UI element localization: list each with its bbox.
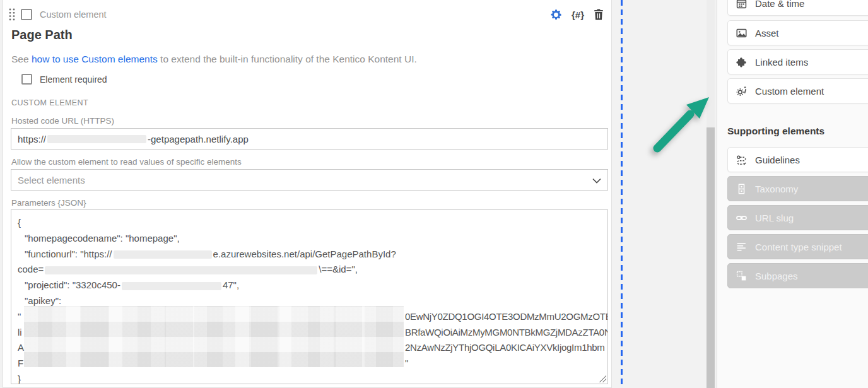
parameters-label: Parameters {JSON}: [11, 198, 86, 208]
subpages-icon: [736, 271, 747, 281]
drag-handle-icon[interactable]: [8, 8, 16, 21]
element-required-label: Element required: [40, 74, 107, 85]
json-line: "apikey":: [18, 293, 601, 309]
element-palette-panel: Date & time Asset Linked items: [717, 0, 868, 388]
palette-item-label: URL slug: [755, 213, 794, 223]
json-line: "0EwNjY0ZDQ1OGI4OTE3ODMzMmU2OGMzOTEz: [18, 309, 601, 325]
element-type-label: Custom element: [40, 9, 107, 20]
palette-item-linked-items[interactable]: Linked items: [727, 49, 868, 74]
settings-gear-icon[interactable]: [550, 9, 562, 21]
image-icon: [736, 28, 747, 38]
custom-element-card: Custom element {#} Page Path See how to …: [3, 0, 612, 388]
description-suffix: to extend the built-in functionality of …: [158, 54, 417, 64]
hosted-url-label: Hosted code URL (HTTPS): [11, 116, 114, 126]
palette-item-label: Guidelines: [755, 155, 800, 165]
json-line: }: [18, 372, 601, 384]
hosted-url-input[interactable]: https://-getpagepath.netlify.app: [11, 128, 608, 150]
scrollbar-thumb[interactable]: [707, 127, 715, 388]
allowed-elements-select[interactable]: Select elements: [11, 169, 608, 191]
json-line: liBRfaWQiOiAiMzMyMGM0NTBkMGZjMDAzZTA0NT: [18, 325, 601, 341]
json-text: "functionurl": "https://: [25, 249, 112, 259]
element-card-header: Custom element {#}: [8, 6, 604, 23]
element-description: See how to use Custom elements to extend…: [11, 54, 417, 65]
json-text: li: [18, 327, 22, 338]
json-text: A: [18, 342, 24, 353]
element-select-checkbox[interactable]: [21, 9, 32, 20]
json-text: \==&id=",: [319, 264, 358, 274]
redacted-segment: [122, 282, 221, 290]
json-text: F: [18, 358, 23, 368]
custom-element-icon: [736, 86, 747, 97]
palette-item-url-slug: URL slug: [727, 205, 868, 230]
palette-item-taxonomy: Taxonomy: [727, 176, 868, 201]
palette-item-subpages: Subpages: [727, 263, 868, 288]
json-text: BRfaWQiOiAiMzMyMGM0NTBkMGZjMDAzZTA0NT: [405, 325, 608, 341]
json-line: code=\==&id=",: [18, 262, 601, 278]
json-text: "projectid": "3320c450-: [25, 279, 120, 290]
allowed-elements-label: Allow the custom element to read values …: [11, 157, 242, 167]
redacted-segment: [45, 266, 317, 274]
redacted-segment: [114, 250, 212, 259]
palette-item-label: Subpages: [755, 271, 798, 281]
json-line: A2NzAwNzZjYThjOGQiLA0KICAiYXVkIjogIm1hbm: [18, 340, 601, 356]
calendar-icon: [736, 0, 747, 9]
panel-divider-dashed-line: [621, 0, 623, 388]
custom-elements-help-link[interactable]: how to use Custom elements: [32, 54, 158, 64]
delete-trash-icon[interactable]: [594, 9, 604, 20]
json-line: {: [18, 215, 601, 231]
snippet-icon: [736, 242, 747, 252]
description-prefix: See: [11, 54, 32, 64]
parameters-json-textarea[interactable]: { "homepagecodename": "homepage", "funct…: [11, 209, 608, 384]
chevron-down-icon: [592, 175, 601, 185]
json-text: code=: [18, 264, 44, 274]
taxonomy-icon: [736, 184, 747, 194]
palette-item-custom-element[interactable]: Custom element: [727, 78, 868, 103]
palette-item-label: Content type snippet: [755, 242, 842, 252]
link-icon: [736, 213, 747, 223]
section-label: CUSTOM ELEMENT: [11, 98, 88, 107]
palette-item-label: Taxonomy: [755, 184, 798, 194]
page-title: Page Path: [11, 28, 73, 42]
json-line: F": [18, 356, 601, 372]
json-line: "projectid": "3320c450-47",: [18, 278, 601, 293]
json-line: "homepagecodename": "homepage",: [18, 231, 601, 247]
palette-item-label: Linked items: [755, 57, 808, 68]
palette-item-asset[interactable]: Asset: [727, 20, 868, 45]
element-required-checkbox[interactable]: [21, 74, 32, 85]
annotation-arrow: [643, 88, 719, 158]
element-required-row: Element required: [21, 74, 107, 85]
json-text: 0EwNjY0ZDQ1OGI4OTE3ODMzMmU2OGMzOTEz: [405, 309, 608, 325]
palette-item-guidelines[interactable]: Guidelines: [727, 147, 868, 172]
json-text: e.azurewebsites.net/api/GetPagePathById?: [213, 249, 396, 259]
puzzle-icon: [736, 57, 747, 68]
hosted-url-suffix: -getpagepath.netlify.app: [148, 134, 249, 144]
json-text: 2NzAwNzZjYThjOGQiLA0KICAiYXVkIjogIm1hbm: [405, 340, 604, 356]
guidelines-icon: [736, 155, 747, 165]
macro-icon[interactable]: {#}: [572, 9, 584, 20]
json-text: ": [405, 356, 408, 372]
palette-item-date-time[interactable]: Date & time: [727, 0, 868, 16]
textarea-resize-handle[interactable]: [599, 375, 606, 382]
palette-item-label: Asset: [755, 28, 779, 38]
palette-item-content-type-snippet: Content type snippet: [727, 234, 868, 259]
element-toolbar: {#}: [550, 9, 604, 21]
json-line: "functionurl": "https://e.azurewebsites.…: [18, 247, 601, 262]
palette-item-label: Custom element: [755, 86, 824, 97]
supporting-elements-heading: Supporting elements: [727, 126, 824, 137]
redacted-url-segment: [47, 135, 146, 143]
json-text: ": [18, 311, 21, 322]
select-placeholder: Select elements: [18, 175, 85, 185]
kontent-content-type-editor: Custom element {#} Page Path See how to …: [0, 0, 868, 388]
palette-item-label: Date & time: [755, 0, 804, 9]
hosted-url-prefix: https://: [18, 134, 46, 144]
json-text: 47",: [223, 279, 239, 290]
